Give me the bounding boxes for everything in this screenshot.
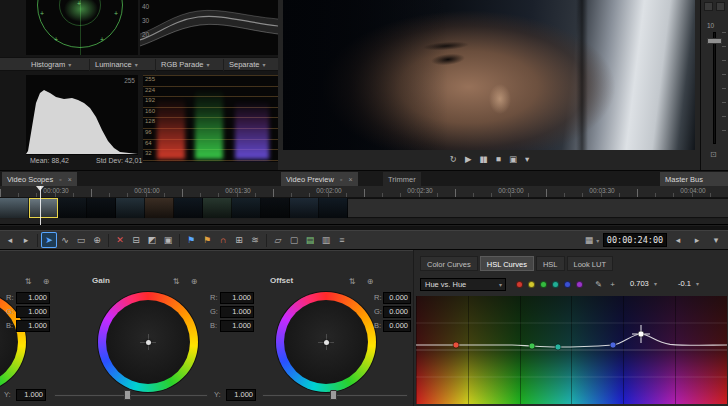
- curve-mode-dropdown[interactable]: Hue vs. Hue ▾: [420, 278, 506, 291]
- insert-region-button[interactable]: ⚑: [199, 232, 215, 248]
- timeline-event-thumbnail[interactable]: [145, 198, 174, 218]
- hue-swatch[interactable]: [528, 281, 535, 288]
- auto-crossfade-toggle[interactable]: ▱: [270, 232, 286, 248]
- delete-button[interactable]: ✕: [112, 232, 128, 248]
- timeline-event-thumbnail[interactable]: [290, 198, 319, 218]
- curve-point[interactable]: [453, 342, 459, 348]
- timeline-event-thumbnail[interactable]: [232, 198, 261, 218]
- tab-trimmer[interactable]: Trimmer: [383, 172, 421, 187]
- lock-button[interactable]: ▣: [160, 232, 176, 248]
- loop-playback-button[interactable]: ↻: [450, 154, 456, 164]
- tab-master-bus[interactable]: Master Bus: [660, 172, 728, 187]
- scope-b-select[interactable]: RGB Parade▾: [158, 59, 224, 71]
- green-value-field[interactable]: 1.000: [16, 306, 50, 318]
- hue-swatch[interactable]: [576, 281, 583, 288]
- zoom-edit-tool[interactable]: ⊕: [89, 232, 105, 248]
- gain-color-wheel[interactable]: [98, 292, 198, 392]
- event-fx-button[interactable]: ≡: [334, 232, 350, 248]
- grid-toggle-button[interactable]: ⊞: [231, 232, 247, 248]
- snap-toggle-button[interactable]: ∩: [215, 232, 231, 248]
- tab-color-curves[interactable]: Color Curves: [420, 256, 478, 271]
- wheel-position-dot[interactable]: [324, 340, 329, 345]
- insert-marker-button[interactable]: ⚑: [183, 232, 199, 248]
- green-value-field[interactable]: 1.000: [220, 306, 254, 318]
- add-point-icon[interactable]: +: [606, 278, 619, 291]
- scope-a-select[interactable]: Histogram▾: [28, 59, 90, 71]
- timeline-event-thumbnail[interactable]: [174, 198, 203, 218]
- meter-option-button[interactable]: [704, 2, 713, 11]
- curve-point[interactable]: [529, 343, 535, 349]
- tab-video-preview[interactable]: Video Preview ▫ ×: [281, 172, 358, 187]
- timeline-event-thumbnail[interactable]: [29, 198, 58, 218]
- ripple-edit-toggle[interactable]: ≋: [247, 232, 263, 248]
- reset-wheel-icon[interactable]: ⊕: [188, 276, 200, 288]
- tab-hsl-curves[interactable]: HSL Curves: [480, 256, 534, 271]
- timeline-event-thumbnail[interactable]: [0, 198, 29, 218]
- group-events-button[interactable]: ▢: [286, 232, 302, 248]
- pan-right-button[interactable]: ▸: [18, 232, 34, 248]
- cursor-time-display[interactable]: 00:00:24:00: [603, 233, 667, 247]
- red-value-field[interactable]: 1.000: [220, 292, 254, 304]
- blue-value-field[interactable]: 0.000: [383, 320, 411, 332]
- curve-point-selected[interactable]: [638, 331, 644, 337]
- close-icon[interactable]: ×: [68, 176, 72, 183]
- float-window-icon[interactable]: ▫: [340, 176, 342, 183]
- play-button[interactable]: ▶: [465, 154, 471, 164]
- hue-swatch[interactable]: [552, 281, 559, 288]
- copy-snapshot-button[interactable]: ▣: [509, 154, 516, 164]
- audio-track-lane[interactable]: [0, 219, 728, 225]
- hue-swatch[interactable]: [516, 281, 523, 288]
- sliders-icon[interactable]: ⇅: [346, 276, 358, 288]
- step-forward-button[interactable]: ▸: [689, 232, 705, 248]
- reset-wheel-icon[interactable]: ⊕: [40, 276, 52, 288]
- hue-swatch[interactable]: [540, 281, 547, 288]
- step-back-button[interactable]: ◂: [670, 232, 686, 248]
- scope-b-mode-select[interactable]: Separate▾: [226, 59, 278, 71]
- point-value-field[interactable]: 0.703 ▾: [630, 279, 657, 288]
- scope-a-mode-select[interactable]: Luminance▾: [92, 59, 156, 71]
- sliders-icon[interactable]: ⇅: [22, 276, 34, 288]
- master-fader-track[interactable]: [713, 32, 716, 144]
- point-offset-field[interactable]: -0.1 ▾: [678, 279, 699, 288]
- luma-value-field[interactable]: 1.000: [16, 389, 46, 401]
- red-value-field[interactable]: 0.000: [383, 292, 411, 304]
- meter-option-button[interactable]: [716, 2, 725, 11]
- timeline-event-thumbnail[interactable]: [58, 198, 87, 218]
- curve-point[interactable]: [610, 342, 616, 348]
- mute-button[interactable]: ◩: [144, 232, 160, 248]
- preview-options-dropdown[interactable]: ▾: [525, 154, 528, 164]
- split-button[interactable]: ⊟: [128, 232, 144, 248]
- envelope-edit-tool[interactable]: ∿: [57, 232, 73, 248]
- luma-slider-track[interactable]: [54, 394, 208, 397]
- selection-edit-tool[interactable]: ▭: [73, 232, 89, 248]
- hue-curve-editor[interactable]: [416, 296, 727, 404]
- lock-icon[interactable]: ⊡: [710, 150, 717, 159]
- tab-hsl[interactable]: HSL: [536, 256, 565, 271]
- timeline-event-thumbnail[interactable]: [261, 198, 290, 218]
- master-fader-handle[interactable]: [707, 38, 722, 44]
- hue-swatch[interactable]: [564, 281, 571, 288]
- close-icon[interactable]: ×: [348, 176, 352, 183]
- track-list-button[interactable]: ▤: [302, 232, 318, 248]
- blue-value-field[interactable]: 1.000: [220, 320, 254, 332]
- pause-button[interactable]: ▮▮: [479, 154, 486, 164]
- timeline-event-thumbnail[interactable]: [319, 198, 348, 218]
- sliders-icon[interactable]: ⇅: [170, 276, 182, 288]
- reset-wheel-icon[interactable]: ⊕: [364, 276, 376, 288]
- float-window-icon[interactable]: ▫: [59, 176, 61, 183]
- timeline-event-thumbnail[interactable]: [87, 198, 116, 218]
- timeline-event-thumbnail[interactable]: [203, 198, 232, 218]
- tab-look-lut[interactable]: Look LUT: [567, 256, 614, 271]
- wheel-position-dot[interactable]: [146, 340, 151, 345]
- timeline-ruler[interactable]: 00:00:3000:01:0000:01:3000:02:0000:02:30…: [0, 186, 728, 198]
- pan-left-button[interactable]: ◂: [2, 232, 18, 248]
- luma-value-field[interactable]: 1.000: [226, 389, 256, 401]
- curve-point[interactable]: [555, 344, 561, 350]
- eyedropper-icon[interactable]: ✎: [592, 278, 605, 291]
- green-value-field[interactable]: 0.000: [383, 306, 411, 318]
- mixer-button[interactable]: ▥: [318, 232, 334, 248]
- track-layout-button[interactable]: ▦▾: [584, 232, 600, 248]
- luma-slider-handle[interactable]: [330, 390, 337, 400]
- blue-value-field[interactable]: 1.000: [16, 320, 50, 332]
- timeline-event-thumbnail[interactable]: [116, 198, 145, 218]
